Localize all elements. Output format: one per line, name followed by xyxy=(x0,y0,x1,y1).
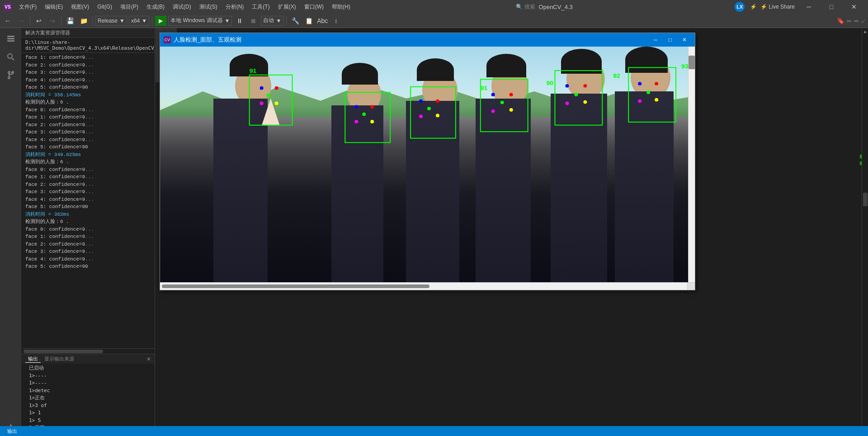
user-avatar[interactable]: LX xyxy=(735,2,745,12)
release-dropdown[interactable]: Release ▼ xyxy=(95,16,127,26)
face-detection-svg: 91 91 90 xyxy=(160,47,695,282)
menu-analyze[interactable]: 分析(N) xyxy=(222,1,248,13)
console-path: D:\linux-share-dir\MSVC_Demo\OpenCV_4.3\… xyxy=(22,38,155,53)
menu-help[interactable]: 帮助(H) xyxy=(328,1,354,13)
console-line: face 2: confidence=9... xyxy=(22,62,155,69)
menu-project[interactable]: 项目(P) xyxy=(117,1,142,13)
hscroll-thumb xyxy=(24,350,103,353)
menu-build[interactable]: 生成(B) xyxy=(143,1,168,13)
opencv-window-title: 人脸检测_面部、五观检测 xyxy=(174,36,241,44)
svg-point-27 xyxy=(419,115,423,118)
platform-dropdown[interactable]: x64 ▼ xyxy=(129,16,149,26)
more-button-3[interactable]: Abc xyxy=(316,15,328,26)
svg-rect-22 xyxy=(410,87,456,138)
console-line: face 1: confidence=9... xyxy=(22,173,155,181)
output-line: 1>---- xyxy=(25,372,151,380)
svg-point-26 xyxy=(427,107,431,110)
svg-point-42 xyxy=(583,100,587,104)
svg-point-7 xyxy=(8,77,10,79)
console-content[interactable]: face 1: confidence=9... face 2: confiden… xyxy=(22,53,155,348)
opencv-title-text: CV 人脸检测_面部、五观检测 xyxy=(164,36,241,44)
window-controls: ─ □ ✕ xyxy=(798,0,864,14)
svg-rect-29 xyxy=(481,79,528,132)
console-line: face 2: confidence=9... xyxy=(22,241,155,248)
back-button[interactable]: ← xyxy=(2,15,14,26)
sidebar-search[interactable] xyxy=(2,48,20,66)
svg-point-20 xyxy=(354,120,358,123)
opencv-image-area: 91 91 90 xyxy=(160,47,695,282)
svg-rect-2 xyxy=(7,40,14,42)
scroll-up-arrow[interactable]: ▲ xyxy=(862,28,868,34)
save-button[interactable]: 💾 xyxy=(64,15,76,26)
svg-text:91: 91 xyxy=(481,85,488,92)
more-button-2[interactable]: 📋 xyxy=(303,15,315,26)
output-line: 已启动 xyxy=(25,365,151,372)
maximize-button[interactable]: □ xyxy=(821,0,842,14)
console-hscroll[interactable] xyxy=(22,348,155,354)
svg-point-46 xyxy=(655,82,658,85)
close-output-icon[interactable]: ✕ xyxy=(146,356,151,362)
opencv-window[interactable]: CV 人脸检测_面部、五观检测 ─ □ ✕ xyxy=(160,33,695,290)
console-line: face 0: confidence=9... xyxy=(22,166,155,174)
main-content: CV 人脸检测_面部、五观检测 ─ □ ✕ xyxy=(155,28,868,436)
release-label: Release xyxy=(98,18,118,24)
minimize-button[interactable]: ─ xyxy=(798,0,819,14)
console-line: face 0: confidence=9... xyxy=(22,226,155,233)
scroll-track[interactable] xyxy=(862,34,868,430)
more-button-1[interactable]: 🔧 xyxy=(289,15,301,26)
svg-point-34 xyxy=(491,109,495,113)
console-panel: 解决方案资源管理器 D:\linux-share-dir\MSVC_Demo\O… xyxy=(22,28,155,436)
menu-view[interactable]: 视图(V) xyxy=(67,1,93,13)
svg-point-38 xyxy=(565,84,569,88)
svg-point-24 xyxy=(419,100,423,103)
opencv-close[interactable]: ✕ xyxy=(678,35,691,45)
undo-button[interactable]: ↩ xyxy=(33,15,45,26)
menu-extensions[interactable]: 扩展(X) xyxy=(274,1,300,13)
svg-point-13 xyxy=(260,102,264,105)
svg-line-4 xyxy=(12,58,14,60)
close-button[interactable]: ✕ xyxy=(844,0,864,14)
more-button-4[interactable]: ↕ xyxy=(330,15,342,26)
svg-point-48 xyxy=(638,100,642,103)
svg-point-47 xyxy=(646,90,650,94)
title-bar-left: VS 文件(F) 编辑(E) 视图(V) Git(G) 项目(P) 生成(B) … xyxy=(4,1,354,13)
svg-point-19 xyxy=(362,113,366,116)
menu-edit[interactable]: 编辑(E) xyxy=(41,1,66,13)
sidebar-solution-explorer[interactable] xyxy=(2,30,20,48)
forward-button[interactable]: → xyxy=(15,15,27,26)
svg-point-41 xyxy=(565,102,569,105)
menu-debug[interactable]: 调试(D) xyxy=(169,1,195,13)
output-content: 已启动 1>---- 1>---- 1>detec 1>正在 1>3 of 1>… xyxy=(22,364,155,436)
svg-point-40 xyxy=(574,93,578,96)
menu-bar: 文件(F) 编辑(E) 视图(V) Git(G) 项目(P) 生成(B) 调试(… xyxy=(15,1,354,13)
redo-button[interactable]: ↪ xyxy=(47,15,58,26)
menu-window[interactable]: 窗口(W) xyxy=(301,1,327,13)
menu-tools[interactable]: 工具(T) xyxy=(248,1,273,13)
title-bar-right: LX ⚡ ⚡ Live Share ─ □ ✕ xyxy=(735,0,864,14)
opencv-bottom-scroll[interactable]: ↓ xyxy=(160,282,695,290)
display-output-tab[interactable]: 显示输出来源 xyxy=(44,355,74,362)
svg-point-39 xyxy=(583,84,587,88)
right-scrollbar[interactable]: ▲ ▼ xyxy=(862,28,868,436)
opencv-maximize[interactable]: □ xyxy=(663,35,677,45)
menu-file[interactable]: 文件(F) xyxy=(15,1,40,13)
svg-text:93: 93 xyxy=(681,63,689,70)
output-tab[interactable]: 输出 xyxy=(25,355,41,363)
console-line: face 2: confidence=9... xyxy=(22,121,155,129)
open-button[interactable]: 📁 xyxy=(78,15,90,26)
start-debug-button[interactable]: ▶ xyxy=(155,16,166,26)
console-header-label: 解决方案资源管理器 xyxy=(25,29,70,36)
console-line: 消耗时间 = 349.625ms xyxy=(22,151,155,159)
stop-button[interactable]: ⏹ xyxy=(247,15,259,26)
toolbar: ← → ↩ ↪ 💾 📁 Release ▼ x64 ▼ ▶ 本地 Windows… xyxy=(0,14,868,28)
output-line: 1>detec xyxy=(25,387,151,395)
sidebar-git[interactable] xyxy=(2,66,20,84)
menu-git[interactable]: Git(G) xyxy=(94,2,116,12)
liveshare-label[interactable]: ⚡ Live Share xyxy=(760,4,795,10)
debug-engine-dropdown[interactable]: 本地 Windows 调试器 ▼ xyxy=(168,16,232,26)
auto-dropdown[interactable]: 自动 ▼ xyxy=(261,16,283,26)
menu-test[interactable]: 测试(S) xyxy=(196,1,221,13)
opencv-minimize[interactable]: ─ xyxy=(649,35,662,45)
svg-rect-0 xyxy=(7,36,14,37)
pause-button[interactable]: ⏸ xyxy=(234,15,245,26)
